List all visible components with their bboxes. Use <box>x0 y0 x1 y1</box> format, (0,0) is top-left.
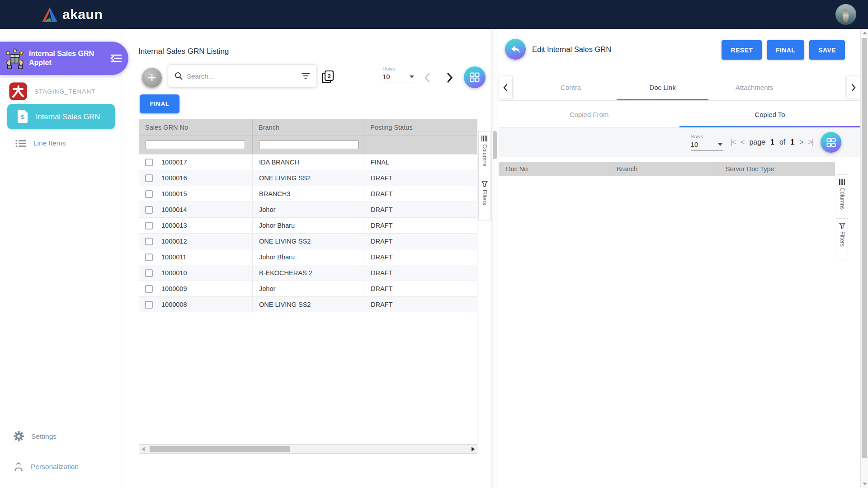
scroll-left-icon[interactable] <box>142 447 145 451</box>
cell-posting-status: DRAFT <box>364 186 477 202</box>
back-button[interactable] <box>505 39 526 60</box>
page-scrollbar-thumb[interactable] <box>862 38 867 458</box>
first-page-button[interactable]: |< <box>731 138 736 146</box>
columns-icon <box>839 179 845 185</box>
table-row[interactable]: 1000008ONE LIVING SS2DRAFT <box>139 296 477 312</box>
cell-sales-grn-no: 1000009 <box>139 281 252 296</box>
column-header-branch[interactable]: Branch <box>252 119 364 135</box>
subtab-copied-from[interactable]: Copied From <box>499 102 679 127</box>
save-button[interactable]: SAVE <box>809 40 845 60</box>
table-row[interactable]: 1000010B-EKOCHERAS 2DRAFT <box>139 265 477 281</box>
scroll-right-icon[interactable] <box>472 447 475 451</box>
columns-icon <box>481 136 487 141</box>
current-page: 1 <box>770 138 774 146</box>
tab-doc-link[interactable]: Doc Link <box>617 75 708 100</box>
tab-contra[interactable]: Contra <box>525 75 617 100</box>
final-button[interactable]: FINAL <box>767 40 804 60</box>
columns-side-tab[interactable]: Columns <box>836 174 848 219</box>
cell-sales-grn-no: 1000011 <box>139 249 252 265</box>
row-checkbox[interactable] <box>145 253 153 261</box>
sidebar-item-personalization[interactable]: Personalization <box>14 462 79 472</box>
listing-body: 1000017IDA BRANCHFINAL1000016ONE LIVING … <box>139 154 477 312</box>
back-arrow-icon <box>510 44 521 55</box>
brand-logo[interactable]: akaun <box>41 5 103 23</box>
grid-view-icon[interactable] <box>464 66 486 88</box>
row-checkbox[interactable] <box>145 222 153 230</box>
table-row[interactable]: 1000011Johor BharuDRAFT <box>139 249 477 265</box>
tabs-scroll-left-icon[interactable] <box>499 76 512 99</box>
row-checkbox[interactable] <box>145 301 153 309</box>
column-header-sales-grn-no[interactable]: Sales GRN No <box>139 119 252 135</box>
add-record-button[interactable]: + <box>142 68 162 88</box>
table-row[interactable]: 1000015BRANCH3DRAFT <box>139 186 477 202</box>
table-row[interactable]: 1000009JohorDRAFT <box>139 281 477 296</box>
row-checkbox[interactable] <box>145 238 153 245</box>
grid-view-icon[interactable] <box>821 132 841 153</box>
cell-sales-grn-no: 1000013 <box>139 218 252 233</box>
editor-toolbar: Rows 10 |< < page 1 of 1 > >| <box>499 127 860 157</box>
table-row[interactable]: 1000017IDA BRANCHFINAL <box>139 154 477 170</box>
scroll-down-icon[interactable] <box>863 483 867 485</box>
search-box <box>168 64 317 88</box>
cell-posting-status: DRAFT <box>364 281 477 296</box>
prev-page-button[interactable] <box>422 72 432 85</box>
rows-select[interactable]: 10 <box>691 139 723 151</box>
gear-icon <box>14 431 24 441</box>
cell-branch: ONE LIVING SS2 <box>252 170 364 186</box>
horizontal-scrollbar[interactable] <box>139 444 477 453</box>
table-row[interactable]: 1000014JohorDRAFT <box>139 202 477 217</box>
cell-sales-grn-no: 1000015 <box>139 186 252 202</box>
row-checkbox[interactable] <box>145 159 153 166</box>
row-checkbox[interactable] <box>145 269 153 277</box>
column-header-branch[interactable]: Branch <box>609 162 718 176</box>
reset-button[interactable]: RESET <box>722 40 762 60</box>
filters-side-tab[interactable]: Filters <box>478 177 491 221</box>
applet-header[interactable]: Internal Sales GRN Applet <box>0 42 128 75</box>
column-header-posting-status[interactable]: Posting Status <box>364 119 477 135</box>
tenant-item[interactable]: STAGING_TENANT <box>9 82 95 100</box>
row-checkbox[interactable] <box>145 206 153 214</box>
cell-sales-grn-no: 1000008 <box>139 297 252 312</box>
page-scrollbar[interactable] <box>860 29 868 488</box>
sidebar-item-settings[interactable]: Settings <box>14 431 57 441</box>
final-button[interactable]: FINAL <box>140 94 179 113</box>
row-checkbox[interactable] <box>145 285 153 293</box>
filter-list-icon[interactable] <box>301 72 310 80</box>
next-page-button[interactable]: > <box>799 138 803 146</box>
tabs-scroll-right-icon[interactable] <box>847 76 860 99</box>
last-page-button[interactable]: >| <box>808 138 814 146</box>
column-header-doc-no[interactable]: Doc No <box>499 162 609 176</box>
filters-side-tab[interactable]: Filters <box>836 219 848 259</box>
sidebar-item-internal-sales-grn[interactable]: $ Internal Sales GRN <box>7 104 115 129</box>
panel-scrollbar-thumb[interactable] <box>493 131 497 159</box>
row-checkbox[interactable] <box>145 190 153 198</box>
columns-side-tab[interactable]: Columns <box>478 131 491 177</box>
sidebar-item-line-items[interactable]: Line Items <box>15 139 66 147</box>
table-row[interactable]: 1000016ONE LIVING SS2DRAFT <box>139 170 477 186</box>
rows-select[interactable]: 10 <box>382 71 415 83</box>
duplicate-icon[interactable]: 2 <box>321 70 335 85</box>
row-checkbox[interactable] <box>145 174 153 182</box>
subtab-copied-to[interactable]: Copied To <box>679 102 860 127</box>
user-avatar[interactable] <box>835 4 856 25</box>
listing-panel: Internal Sales GRN Listing + <box>122 29 491 488</box>
filter-input-branch[interactable] <box>259 141 359 149</box>
table-row[interactable]: 1000013Johor BharuDRAFT <box>139 217 477 233</box>
prev-page-button[interactable]: < <box>741 138 744 146</box>
search-input[interactable] <box>187 72 297 80</box>
scrollbar-thumb[interactable] <box>150 446 290 452</box>
cell-sales-grn-no: 1000017 <box>139 155 252 170</box>
column-header-server-doc-type[interactable]: Server Doc Type <box>718 162 835 176</box>
filter-input-sales-grn-no[interactable] <box>146 141 245 149</box>
table-row[interactable]: 1000012ONE LIVING SS2DRAFT <box>139 233 477 249</box>
chevron-down-icon <box>718 143 722 146</box>
cell-branch: ONE LIVING SS2 <box>252 297 364 312</box>
panel-scrollbar[interactable] <box>491 29 499 488</box>
sidebar-collapse-icon[interactable] <box>110 53 122 63</box>
editor-panel: Edit Internal Sales GRN RESETFINALSAVE C… <box>499 29 860 488</box>
cell-posting-status: DRAFT <box>364 170 477 186</box>
next-page-button[interactable] <box>445 72 455 85</box>
scroll-up-icon[interactable] <box>863 32 867 34</box>
tab-attachments[interactable]: Attachments <box>708 75 800 100</box>
rows-label: Rows <box>382 66 415 71</box>
